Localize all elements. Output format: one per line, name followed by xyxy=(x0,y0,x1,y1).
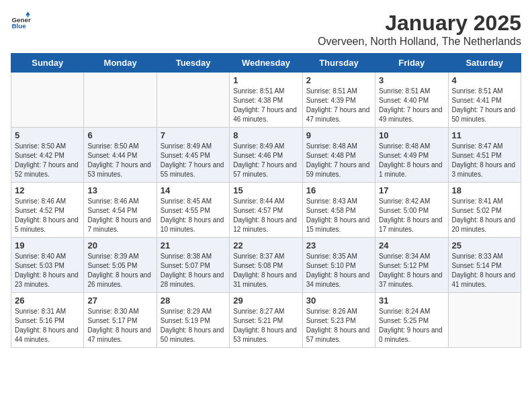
day-info: Sunrise: 8:41 AM Sunset: 5:02 PM Dayligh… xyxy=(452,197,517,234)
calendar-cell: 8Sunrise: 8:49 AM Sunset: 4:46 PM Daylig… xyxy=(230,128,302,183)
day-number: 17 xyxy=(379,185,444,195)
day-number: 26 xyxy=(15,295,80,306)
day-number: 10 xyxy=(379,130,444,140)
day-number: 3 xyxy=(379,75,444,85)
weekday-header-saturday: Saturday xyxy=(448,54,521,73)
day-info: Sunrise: 8:42 AM Sunset: 5:00 PM Dayligh… xyxy=(379,197,444,234)
calendar-cell: 6Sunrise: 8:50 AM Sunset: 4:44 PM Daylig… xyxy=(84,128,157,183)
title-block: January 2025 Overveen, North Holland, Th… xyxy=(318,11,521,48)
day-info: Sunrise: 8:35 AM Sunset: 5:10 PM Dayligh… xyxy=(306,252,371,289)
day-number: 19 xyxy=(15,240,80,250)
day-info: Sunrise: 8:51 AM Sunset: 4:41 PM Dayligh… xyxy=(452,87,517,124)
day-number: 9 xyxy=(306,130,371,140)
calendar-cell: 17Sunrise: 8:42 AM Sunset: 5:00 PM Dayli… xyxy=(375,183,448,238)
day-info: Sunrise: 8:51 AM Sunset: 4:39 PM Dayligh… xyxy=(306,87,371,124)
weekday-header-friday: Friday xyxy=(375,54,448,73)
calendar-cell: 23Sunrise: 8:35 AM Sunset: 5:10 PM Dayli… xyxy=(302,238,375,293)
calendar-cell: 2Sunrise: 8:51 AM Sunset: 4:39 PM Daylig… xyxy=(302,73,375,128)
day-info: Sunrise: 8:51 AM Sunset: 4:40 PM Dayligh… xyxy=(379,87,444,124)
calendar-cell: 31Sunrise: 8:24 AM Sunset: 5:25 PM Dayli… xyxy=(375,293,448,348)
svg-text:Blue: Blue xyxy=(12,22,27,30)
calendar-cell: 3Sunrise: 8:51 AM Sunset: 4:40 PM Daylig… xyxy=(375,73,448,128)
calendar-table: SundayMondayTuesdayWednesdayThursdayFrid… xyxy=(11,53,521,348)
day-info: Sunrise: 8:34 AM Sunset: 5:12 PM Dayligh… xyxy=(379,252,444,289)
calendar-cell: 15Sunrise: 8:44 AM Sunset: 4:57 PM Dayli… xyxy=(230,183,302,238)
day-number: 27 xyxy=(87,295,152,306)
day-number: 11 xyxy=(452,130,517,140)
day-info: Sunrise: 8:37 AM Sunset: 5:08 PM Dayligh… xyxy=(233,252,298,289)
day-info: Sunrise: 8:31 AM Sunset: 5:16 PM Dayligh… xyxy=(15,307,80,345)
calendar-cell: 5Sunrise: 8:50 AM Sunset: 4:42 PM Daylig… xyxy=(11,128,84,183)
day-number: 2 xyxy=(306,75,371,85)
calendar-cell: 4Sunrise: 8:51 AM Sunset: 4:41 PM Daylig… xyxy=(448,73,521,128)
calendar-cell: 19Sunrise: 8:40 AM Sunset: 5:03 PM Dayli… xyxy=(11,238,84,293)
logo: General Blue xyxy=(11,11,31,31)
day-info: Sunrise: 8:50 AM Sunset: 4:44 PM Dayligh… xyxy=(87,142,152,179)
day-number: 28 xyxy=(161,295,226,306)
day-info: Sunrise: 8:40 AM Sunset: 5:03 PM Dayligh… xyxy=(15,252,80,289)
calendar-cell: 26Sunrise: 8:31 AM Sunset: 5:16 PM Dayli… xyxy=(11,293,84,348)
day-number: 15 xyxy=(233,185,298,195)
day-info: Sunrise: 8:30 AM Sunset: 5:17 PM Dayligh… xyxy=(87,307,152,345)
calendar-cell: 28Sunrise: 8:29 AM Sunset: 5:19 PM Dayli… xyxy=(157,293,229,348)
weekday-header-wednesday: Wednesday xyxy=(230,54,302,73)
weekday-header-row: SundayMondayTuesdayWednesdayThursdayFrid… xyxy=(11,54,521,73)
calendar-row-0: 1Sunrise: 8:51 AM Sunset: 4:38 PM Daylig… xyxy=(11,73,521,128)
weekday-header-tuesday: Tuesday xyxy=(157,54,229,73)
weekday-header-thursday: Thursday xyxy=(302,54,375,73)
calendar-row-1: 5Sunrise: 8:50 AM Sunset: 4:42 PM Daylig… xyxy=(11,128,521,183)
day-number: 24 xyxy=(379,240,444,250)
calendar-cell: 24Sunrise: 8:34 AM Sunset: 5:12 PM Dayli… xyxy=(375,238,448,293)
svg-marker-2 xyxy=(26,12,30,15)
calendar-cell: 30Sunrise: 8:26 AM Sunset: 5:23 PM Dayli… xyxy=(302,293,375,348)
day-info: Sunrise: 8:33 AM Sunset: 5:14 PM Dayligh… xyxy=(452,252,517,289)
day-info: Sunrise: 8:48 AM Sunset: 4:49 PM Dayligh… xyxy=(379,142,444,179)
calendar-cell: 18Sunrise: 8:41 AM Sunset: 5:02 PM Dayli… xyxy=(448,183,521,238)
day-info: Sunrise: 8:49 AM Sunset: 4:45 PM Dayligh… xyxy=(161,142,226,179)
day-number: 12 xyxy=(15,185,80,195)
day-number: 30 xyxy=(306,295,371,306)
weekday-header-sunday: Sunday xyxy=(11,54,84,73)
calendar-cell: 21Sunrise: 8:38 AM Sunset: 5:07 PM Dayli… xyxy=(157,238,229,293)
day-number: 6 xyxy=(87,130,152,140)
day-number: 21 xyxy=(161,240,226,250)
location-subtitle: Overveen, North Holland, The Netherlands xyxy=(318,36,521,48)
day-number: 22 xyxy=(233,240,298,250)
day-number: 23 xyxy=(306,240,371,250)
day-info: Sunrise: 8:24 AM Sunset: 5:25 PM Dayligh… xyxy=(379,307,444,345)
day-number: 18 xyxy=(452,185,517,195)
day-number: 1 xyxy=(233,75,298,85)
calendar-cell: 25Sunrise: 8:33 AM Sunset: 5:14 PM Dayli… xyxy=(448,238,521,293)
day-info: Sunrise: 8:45 AM Sunset: 4:55 PM Dayligh… xyxy=(161,197,226,234)
day-info: Sunrise: 8:26 AM Sunset: 5:23 PM Dayligh… xyxy=(306,307,371,345)
calendar-cell: 14Sunrise: 8:45 AM Sunset: 4:55 PM Dayli… xyxy=(157,183,229,238)
calendar-cell xyxy=(11,73,84,128)
calendar-cell: 7Sunrise: 8:49 AM Sunset: 4:45 PM Daylig… xyxy=(157,128,229,183)
calendar-cell: 16Sunrise: 8:43 AM Sunset: 4:58 PM Dayli… xyxy=(302,183,375,238)
day-info: Sunrise: 8:39 AM Sunset: 5:05 PM Dayligh… xyxy=(87,252,152,289)
day-number: 13 xyxy=(87,185,152,195)
weekday-header-monday: Monday xyxy=(84,54,157,73)
calendar-cell xyxy=(157,73,229,128)
day-info: Sunrise: 8:38 AM Sunset: 5:07 PM Dayligh… xyxy=(161,252,226,289)
day-info: Sunrise: 8:49 AM Sunset: 4:46 PM Dayligh… xyxy=(233,142,298,179)
day-number: 7 xyxy=(161,130,226,140)
calendar-row-2: 12Sunrise: 8:46 AM Sunset: 4:52 PM Dayli… xyxy=(11,183,521,238)
day-number: 20 xyxy=(87,240,152,250)
day-info: Sunrise: 8:50 AM Sunset: 4:42 PM Dayligh… xyxy=(15,142,80,179)
day-number: 8 xyxy=(233,130,298,140)
day-info: Sunrise: 8:27 AM Sunset: 5:21 PM Dayligh… xyxy=(233,307,298,345)
page-header: General Blue January 2025 Overveen, Nort… xyxy=(11,11,521,48)
calendar-cell: 9Sunrise: 8:48 AM Sunset: 4:48 PM Daylig… xyxy=(302,128,375,183)
day-number: 5 xyxy=(15,130,80,140)
calendar-cell: 22Sunrise: 8:37 AM Sunset: 5:08 PM Dayli… xyxy=(230,238,302,293)
day-number: 16 xyxy=(306,185,371,195)
logo-icon: General Blue xyxy=(11,11,31,31)
calendar-cell: 1Sunrise: 8:51 AM Sunset: 4:38 PM Daylig… xyxy=(230,73,302,128)
day-number: 4 xyxy=(452,75,517,85)
calendar-cell xyxy=(84,73,157,128)
day-info: Sunrise: 8:46 AM Sunset: 4:54 PM Dayligh… xyxy=(87,197,152,234)
calendar-cell: 11Sunrise: 8:47 AM Sunset: 4:51 PM Dayli… xyxy=(448,128,521,183)
day-info: Sunrise: 8:29 AM Sunset: 5:19 PM Dayligh… xyxy=(161,307,226,345)
day-number: 25 xyxy=(452,240,517,250)
